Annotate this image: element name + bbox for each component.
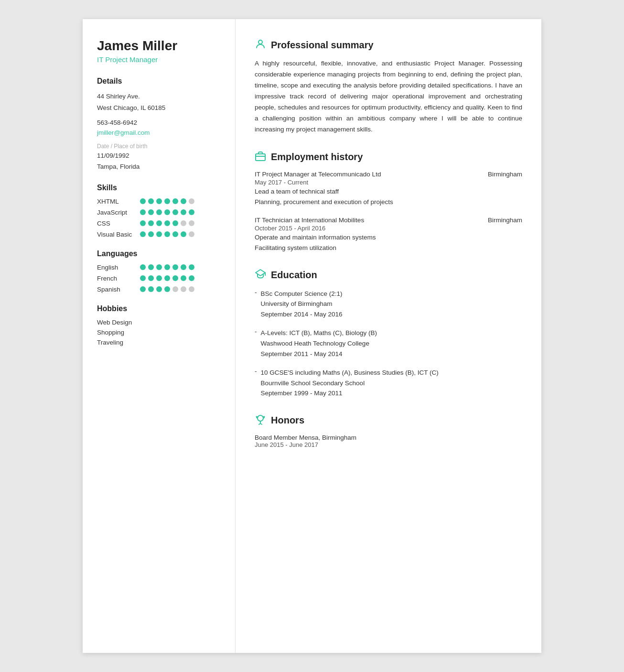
edu-degree: 10 GCSE'S including Maths (A), Business …: [261, 368, 439, 378]
skill-row: JavaScript: [97, 209, 221, 216]
person-icon: [255, 38, 266, 52]
edu-row: -BSc Computer Science (2:1)University of…: [255, 289, 522, 320]
skill-dot: [172, 231, 178, 237]
graduation-icon: [255, 269, 266, 282]
job-dates: May 2017 - Current: [255, 179, 522, 186]
job-dates: October 2015 - April 2016: [255, 225, 522, 232]
languages-section-title: Languages: [97, 249, 221, 258]
skill-dot: [189, 198, 194, 204]
phone: 563-458-6942: [97, 118, 221, 128]
hobbies-list: Web DesignShoppingTraveling: [97, 319, 221, 346]
skill-dot: [156, 220, 162, 226]
language-row: English: [97, 264, 221, 271]
details-section-title: Details: [97, 77, 221, 86]
language-name: Spanish: [97, 286, 140, 293]
edu-institution: Bournville School Secondary School: [261, 378, 439, 389]
language-dot: [164, 275, 170, 281]
skill-dot: [189, 231, 194, 237]
language-dot: [181, 286, 186, 292]
honors-title: Honors: [271, 415, 304, 426]
honors-section: Honors Board Member Mensa, BirminghamJun…: [255, 414, 522, 448]
honor-entry: Board Member Mensa, BirminghamJune 2015 …: [255, 434, 522, 448]
resume-container: James Miller IT Project Manager Details …: [83, 19, 541, 653]
employment-title: Employment history: [271, 152, 363, 163]
language-dot: [148, 286, 154, 292]
skills-list: XHTMLJavaScriptCSSVisual Basic: [97, 198, 221, 238]
job-entry: IT Technician at International Mobilites…: [255, 217, 522, 253]
skill-dot: [140, 220, 146, 226]
edu-list: -BSc Computer Science (2:1)University of…: [255, 289, 522, 399]
employment-header: Employment history: [255, 151, 522, 164]
job-entry: IT Project Manager at Telecommunicado Lt…: [255, 171, 522, 207]
honors-list: Board Member Mensa, BirminghamJune 2015 …: [255, 434, 522, 448]
skill-name: XHTML: [97, 198, 140, 205]
language-dot: [140, 275, 146, 281]
job-description: Operate and maintain information systems: [255, 233, 522, 242]
edu-content: A-Levels: ICT (B), Maths (C), Biology (B…: [261, 328, 377, 359]
job-description: Facilitating system utilization: [255, 243, 522, 253]
skill-dot: [181, 209, 186, 215]
job-description: Planning, procurement and execution of p…: [255, 197, 522, 207]
edu-institution: Washwood Heath Technology College: [261, 338, 377, 349]
skill-dot: [148, 231, 154, 237]
language-dot: [172, 275, 178, 281]
language-dot: [156, 264, 162, 270]
language-dot: [181, 275, 186, 281]
skill-dot: [140, 231, 146, 237]
briefcase-icon: [255, 151, 266, 164]
honors-header: Honors: [255, 414, 522, 427]
skill-dot: [164, 209, 170, 215]
language-row: Spanish: [97, 286, 221, 293]
language-dot: [189, 264, 194, 270]
skill-dot: [140, 198, 146, 204]
language-dot: [172, 264, 178, 270]
skill-dot: [181, 198, 186, 204]
edu-dates: September 2014 - May 2016: [261, 309, 343, 320]
address-line1: 44 Shirley Ave.: [97, 91, 221, 102]
email: jmiller@gmail.com: [97, 129, 221, 136]
edu-row: -10 GCSE'S including Maths (A), Business…: [255, 368, 522, 399]
svg-point-0: [258, 40, 262, 44]
skill-name: Visual Basic: [97, 231, 140, 238]
candidate-name: James Miller: [97, 38, 221, 54]
left-column: James Miller IT Project Manager Details …: [83, 19, 236, 653]
edu-dates: September 1999 - May 2011: [261, 388, 439, 399]
right-column: Professional summary A highly resourcefu…: [236, 19, 541, 653]
skill-dot: [172, 209, 178, 215]
hobby-item: Traveling: [97, 339, 221, 346]
svg-point-6: [258, 415, 263, 421]
hobby-item: Shopping: [97, 329, 221, 336]
language-dot: [164, 286, 170, 292]
skill-dot: [189, 209, 194, 215]
honor-dates: June 2015 - June 2017: [255, 441, 522, 448]
edu-content: BSc Computer Science (2:1)University of …: [261, 289, 343, 320]
skill-row: Visual Basic: [97, 231, 221, 238]
skill-dot: [172, 220, 178, 226]
edu-dates: September 2011 - May 2014: [261, 349, 377, 359]
job-location: Birmingham: [488, 171, 522, 178]
job-location: Birmingham: [488, 217, 522, 224]
jobs-list: IT Project Manager at Telecommunicado Lt…: [255, 171, 522, 253]
skill-dot: [148, 209, 154, 215]
summary-section: Professional summary A highly resourcefu…: [255, 38, 522, 135]
language-row: French: [97, 275, 221, 282]
edu-entry: -BSc Computer Science (2:1)University of…: [255, 289, 522, 320]
edu-institution: University of Birmingham: [261, 299, 343, 309]
language-dot: [140, 286, 146, 292]
language-dot: [148, 275, 154, 281]
summary-header: Professional summary: [255, 38, 522, 52]
language-dot: [172, 286, 178, 292]
education-title: Education: [271, 270, 317, 281]
skill-dot: [181, 220, 186, 226]
job-header: IT Project Manager at Telecommunicado Lt…: [255, 171, 522, 178]
language-dot: [156, 286, 162, 292]
hobbies-section-title: Hobbies: [97, 304, 221, 313]
language-dot: [189, 275, 194, 281]
skill-dot: [164, 231, 170, 237]
language-dot: [156, 275, 162, 281]
education-header: Education: [255, 269, 522, 282]
language-name: English: [97, 264, 140, 271]
education-section: Education -BSc Computer Science (2:1)Uni…: [255, 269, 522, 399]
skill-dot: [148, 198, 154, 204]
honor-title: Board Member Mensa, Birmingham: [255, 434, 522, 441]
